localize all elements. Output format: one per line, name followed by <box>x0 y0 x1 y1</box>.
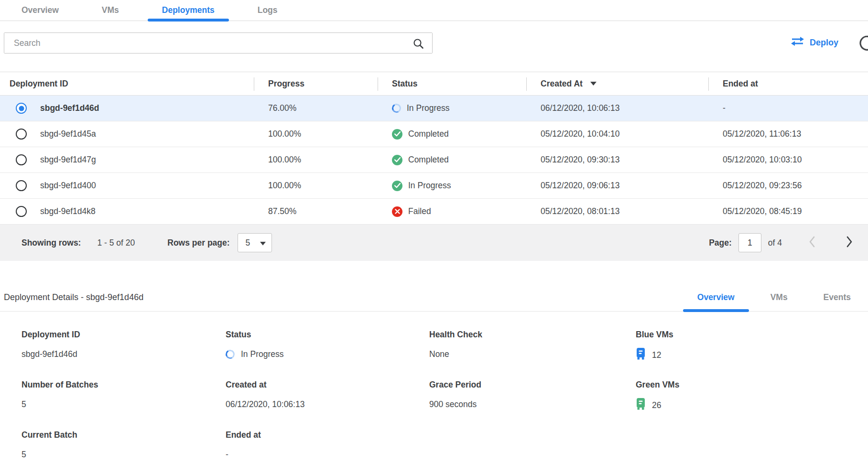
deployment-id-text: sbgd-9ef1d45a <box>40 129 96 139</box>
field-grace-period: Grace Period 900 seconds <box>429 380 636 413</box>
field-status: Status In Progress <box>226 330 429 363</box>
chevron-down-icon <box>260 238 266 248</box>
page-label: Page: <box>709 238 732 248</box>
cell-created-at: 06/12/2020, 10:06:13 <box>526 103 708 113</box>
details-tab-bar: Overview VMs Events <box>676 292 868 311</box>
check-circle-icon <box>392 181 402 191</box>
details-tab-vms[interactable]: VMs <box>756 292 802 311</box>
cell-deployment-id: sbgd-9ef1d47g <box>0 154 254 165</box>
radio-button[interactable] <box>16 154 27 165</box>
deploy-button[interactable]: Deploy <box>791 36 838 49</box>
spinner-icon <box>225 348 236 359</box>
table-header-row: Deployment ID Progress Status Created At… <box>0 72 868 96</box>
cell-progress: 100.00% <box>254 181 378 191</box>
field-green-vms: Green VMs 26 <box>636 380 868 413</box>
cell-created-at: 05/12/2020, 09:06:13 <box>526 181 708 191</box>
radio-button[interactable] <box>16 180 27 191</box>
x-circle-icon <box>392 206 402 217</box>
radio-button[interactable] <box>16 206 27 217</box>
deployment-id-text: sbgd-9ef1d47g <box>40 155 96 165</box>
table-row[interactable]: sbgd-9ef1d45a 100.00% Completed 05/12/20… <box>0 121 868 147</box>
field-number-of-batches: Number of Batches 5 <box>22 380 226 413</box>
details-tab-events[interactable]: Events <box>809 292 865 311</box>
cell-ended-at: 05/12/2020, 08:45:19 <box>708 206 868 216</box>
tab-vms[interactable]: VMs <box>87 0 133 21</box>
radio-button[interactable] <box>16 129 27 140</box>
deployments-table: Deployment ID Progress Status Created At… <box>0 72 868 261</box>
spinner-icon <box>391 103 402 114</box>
column-header-deployment-id[interactable]: Deployment ID <box>0 72 254 95</box>
details-tab-overview[interactable]: Overview <box>683 292 749 311</box>
cell-created-at: 05/12/2020, 08:01:13 <box>526 206 708 216</box>
search-icon <box>412 38 424 52</box>
cell-status: In Progress <box>378 103 526 113</box>
rows-per-page-select[interactable]: 5 <box>238 233 272 252</box>
rows-per-page-value: 5 <box>246 238 250 248</box>
vm-blue-icon <box>636 348 646 363</box>
field-blue-vms: Blue VMs 12 <box>636 330 868 363</box>
details-header: Deployment Details - sbgd-9ef1d46d Overv… <box>0 281 868 312</box>
radio-button[interactable] <box>16 103 27 114</box>
tab-label: Deployments <box>162 5 215 15</box>
table-pagination-bar: Showing rows: 1 - 5 of 20 Rows per page:… <box>0 225 868 261</box>
refresh-button[interactable] <box>858 34 868 54</box>
tab-label: Overview <box>22 5 59 15</box>
cell-status: In Progress <box>378 181 526 191</box>
next-page-button[interactable] <box>844 236 855 250</box>
cell-created-at: 05/12/2020, 09:30:13 <box>526 155 708 165</box>
tab-label: Logs <box>258 5 278 15</box>
field-created-at: Created at 06/12/2020, 10:06:13 <box>226 380 429 413</box>
previous-page-button[interactable] <box>807 236 817 250</box>
column-header-status[interactable]: Status <box>378 72 526 95</box>
column-header-created-at[interactable]: Created At <box>526 72 708 95</box>
cell-ended-at: 05/12/2020, 11:06:13 <box>708 129 868 139</box>
cell-progress: 100.00% <box>254 155 378 165</box>
showing-rows-value: 1 - 5 of 20 <box>97 238 135 248</box>
table-row[interactable]: sbgd-9ef1d4k8 87.50% Failed 05/12/2020, … <box>0 199 868 225</box>
swap-arrows-icon <box>791 36 804 49</box>
cell-ended-at: 05/12/2020, 09:23:56 <box>708 181 868 191</box>
field-current-batch: Current Batch 5 <box>22 430 226 461</box>
search-input[interactable] <box>4 33 432 53</box>
cell-progress: 100.00% <box>254 129 378 139</box>
table-row[interactable]: sbgd-9ef1d46d 76.00% In Progress 06/12/2… <box>0 96 868 121</box>
column-header-ended-at[interactable]: Ended at <box>708 72 868 95</box>
tab-deployments[interactable]: Deployments <box>148 0 229 21</box>
cell-deployment-id: sbgd-9ef1d46d <box>0 103 254 114</box>
field-health-check: Health Check None <box>429 330 636 363</box>
tab-logs[interactable]: Logs <box>243 0 292 21</box>
cell-ended-at: - <box>708 103 868 113</box>
sort-descending-icon[interactable] <box>590 82 597 86</box>
cell-deployment-id: sbgd-9ef1d4k8 <box>0 206 254 217</box>
page-total: of 4 <box>768 238 782 248</box>
deployment-id-text: sbgd-9ef1d400 <box>40 181 96 191</box>
rows-per-page-label: Rows per page: <box>167 238 229 248</box>
check-circle-icon <box>392 129 402 140</box>
check-circle-icon <box>392 155 402 165</box>
showing-rows-label: Showing rows: <box>22 238 81 248</box>
deployment-id-text: sbgd-9ef1d46d <box>40 103 99 113</box>
column-header-progress[interactable]: Progress <box>254 72 378 95</box>
cell-deployment-id: sbgd-9ef1d400 <box>0 180 254 191</box>
cell-status: Failed <box>378 206 526 217</box>
vm-green-icon <box>636 398 646 413</box>
page-number-input[interactable] <box>738 233 761 252</box>
field-deployment-id: Deployment ID sbgd-9ef1d46d <box>22 330 226 363</box>
field-ended-at: Ended at - <box>226 430 429 461</box>
cell-ended-at: 05/12/2020, 10:03:10 <box>708 155 868 165</box>
details-grid: Deployment ID sbgd-9ef1d46d Status In Pr… <box>0 312 868 461</box>
toolbar: Deploy <box>0 32 868 54</box>
deployment-id-text: sbgd-9ef1d4k8 <box>40 206 96 216</box>
cell-created-at: 05/12/2020, 10:04:10 <box>526 129 708 139</box>
tab-overview[interactable]: Overview <box>7 0 73 21</box>
cell-status: Completed <box>378 129 526 140</box>
cell-deployment-id: sbgd-9ef1d45a <box>0 129 254 140</box>
search-box <box>4 32 433 54</box>
cell-progress: 76.00% <box>254 103 378 113</box>
table-row[interactable]: sbgd-9ef1d47g 100.00% Completed 05/12/20… <box>0 147 868 173</box>
cell-progress: 87.50% <box>254 206 378 216</box>
table-row[interactable]: sbgd-9ef1d400 100.00% In Progress 05/12/… <box>0 173 868 199</box>
deploy-label: Deploy <box>810 38 838 48</box>
main-tab-bar: Overview VMs Deployments Logs <box>0 0 868 21</box>
cell-status: Completed <box>378 155 526 165</box>
